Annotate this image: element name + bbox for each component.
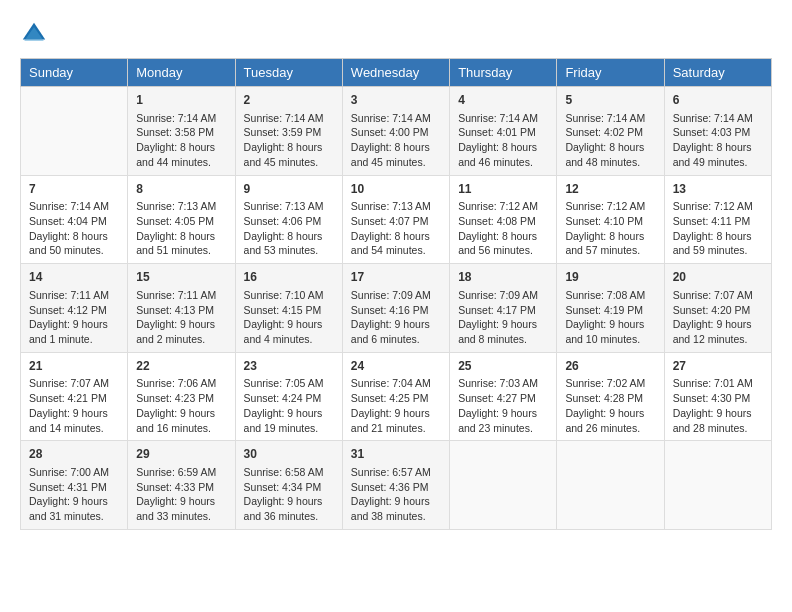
calendar-cell — [557, 441, 664, 530]
cell-text-line: Sunset: 4:15 PM — [244, 304, 322, 316]
day-number: 11 — [458, 181, 548, 198]
cell-text-line: Daylight: 9 hours — [29, 407, 108, 419]
cell-text-line: and 38 minutes. — [351, 510, 426, 522]
cell-text-line: and 1 minute. — [29, 333, 93, 345]
cell-text-line: Daylight: 9 hours — [29, 318, 108, 330]
day-number: 19 — [565, 269, 655, 286]
calendar-cell: 22Sunrise: 7:06 AMSunset: 4:23 PMDayligh… — [128, 352, 235, 441]
calendar-cell: 27Sunrise: 7:01 AMSunset: 4:30 PMDayligh… — [664, 352, 771, 441]
cell-text-line: Daylight: 8 hours — [351, 141, 430, 153]
day-number: 15 — [136, 269, 226, 286]
cell-text-line: Sunrise: 7:14 AM — [673, 112, 753, 124]
day-number: 24 — [351, 358, 441, 375]
cell-text-line: Sunrise: 7:07 AM — [673, 289, 753, 301]
cell-text-line: and 46 minutes. — [458, 156, 533, 168]
calendar-cell: 7Sunrise: 7:14 AMSunset: 4:04 PMDaylight… — [21, 175, 128, 264]
cell-text-line: Daylight: 9 hours — [673, 318, 752, 330]
cell-text-line: Daylight: 9 hours — [136, 495, 215, 507]
cell-text-line: and 33 minutes. — [136, 510, 211, 522]
cell-text-line: Sunrise: 7:13 AM — [244, 200, 324, 212]
cell-text-line: Sunrise: 7:14 AM — [565, 112, 645, 124]
cell-text-line: Sunset: 4:33 PM — [136, 481, 214, 493]
day-number: 20 — [673, 269, 763, 286]
calendar-cell: 24Sunrise: 7:04 AMSunset: 4:25 PMDayligh… — [342, 352, 449, 441]
cell-text-line: Sunrise: 7:12 AM — [673, 200, 753, 212]
day-number: 14 — [29, 269, 119, 286]
week-row-4: 21Sunrise: 7:07 AMSunset: 4:21 PMDayligh… — [21, 352, 772, 441]
cell-text-line: and 2 minutes. — [136, 333, 205, 345]
day-number: 17 — [351, 269, 441, 286]
cell-text-line: Daylight: 9 hours — [458, 318, 537, 330]
cell-text-line: Sunrise: 7:11 AM — [29, 289, 109, 301]
calendar-cell: 12Sunrise: 7:12 AMSunset: 4:10 PMDayligh… — [557, 175, 664, 264]
cell-text-line: and 12 minutes. — [673, 333, 748, 345]
day-number: 16 — [244, 269, 334, 286]
page-header — [20, 20, 772, 48]
cell-text-line: Daylight: 8 hours — [673, 230, 752, 242]
cell-text-line: Sunset: 4:01 PM — [458, 126, 536, 138]
day-number: 5 — [565, 92, 655, 109]
cell-text-line: Sunrise: 7:12 AM — [565, 200, 645, 212]
cell-text-line: Sunset: 4:07 PM — [351, 215, 429, 227]
cell-text-line: and 28 minutes. — [673, 422, 748, 434]
cell-text-line: and 10 minutes. — [565, 333, 640, 345]
calendar-cell — [21, 87, 128, 176]
cell-text-line: Sunrise: 6:58 AM — [244, 466, 324, 478]
calendar-cell: 15Sunrise: 7:11 AMSunset: 4:13 PMDayligh… — [128, 264, 235, 353]
cell-text-line: Sunrise: 7:14 AM — [136, 112, 216, 124]
cell-text-line: Sunset: 4:13 PM — [136, 304, 214, 316]
day-number: 12 — [565, 181, 655, 198]
cell-text-line: Sunset: 4:20 PM — [673, 304, 751, 316]
days-of-week-row: SundayMondayTuesdayWednesdayThursdayFrid… — [21, 59, 772, 87]
cell-text-line: Daylight: 9 hours — [244, 318, 323, 330]
cell-text-line: Sunset: 4:16 PM — [351, 304, 429, 316]
cell-text-line: Sunset: 4:19 PM — [565, 304, 643, 316]
calendar-cell: 1Sunrise: 7:14 AMSunset: 3:58 PMDaylight… — [128, 87, 235, 176]
calendar-cell: 13Sunrise: 7:12 AMSunset: 4:11 PMDayligh… — [664, 175, 771, 264]
cell-text-line: Daylight: 9 hours — [458, 407, 537, 419]
cell-text-line: and 8 minutes. — [458, 333, 527, 345]
cell-text-line: Sunset: 3:58 PM — [136, 126, 214, 138]
calendar-cell: 29Sunrise: 6:59 AMSunset: 4:33 PMDayligh… — [128, 441, 235, 530]
cell-text-line: and 51 minutes. — [136, 244, 211, 256]
cell-text-line: and 45 minutes. — [351, 156, 426, 168]
cell-text-line: Sunset: 4:21 PM — [29, 392, 107, 404]
cell-text-line: Sunset: 4:04 PM — [29, 215, 107, 227]
week-row-1: 1Sunrise: 7:14 AMSunset: 3:58 PMDaylight… — [21, 87, 772, 176]
calendar-table: SundayMondayTuesdayWednesdayThursdayFrid… — [20, 58, 772, 530]
cell-text-line: Sunset: 4:31 PM — [29, 481, 107, 493]
calendar-cell — [450, 441, 557, 530]
cell-text-line: Sunrise: 6:59 AM — [136, 466, 216, 478]
cell-text-line: Sunrise: 7:00 AM — [29, 466, 109, 478]
cell-text-line: Sunset: 3:59 PM — [244, 126, 322, 138]
day-header-sunday: Sunday — [21, 59, 128, 87]
cell-text-line: and 54 minutes. — [351, 244, 426, 256]
cell-text-line: and 6 minutes. — [351, 333, 420, 345]
calendar-cell: 25Sunrise: 7:03 AMSunset: 4:27 PMDayligh… — [450, 352, 557, 441]
day-number: 9 — [244, 181, 334, 198]
cell-text-line: Daylight: 9 hours — [29, 495, 108, 507]
cell-text-line: Sunset: 4:34 PM — [244, 481, 322, 493]
cell-text-line: Daylight: 8 hours — [565, 230, 644, 242]
day-number: 13 — [673, 181, 763, 198]
cell-text-line: Daylight: 8 hours — [673, 141, 752, 153]
cell-text-line: and 59 minutes. — [673, 244, 748, 256]
calendar-cell: 21Sunrise: 7:07 AMSunset: 4:21 PMDayligh… — [21, 352, 128, 441]
cell-text-line: Daylight: 8 hours — [458, 141, 537, 153]
cell-text-line: Sunrise: 7:14 AM — [351, 112, 431, 124]
cell-text-line: and 48 minutes. — [565, 156, 640, 168]
cell-text-line: Sunrise: 7:10 AM — [244, 289, 324, 301]
cell-text-line: Sunrise: 7:13 AM — [136, 200, 216, 212]
cell-text-line: and 56 minutes. — [458, 244, 533, 256]
day-number: 27 — [673, 358, 763, 375]
cell-text-line: Daylight: 8 hours — [244, 230, 323, 242]
cell-text-line: Sunset: 4:28 PM — [565, 392, 643, 404]
cell-text-line: Sunset: 4:25 PM — [351, 392, 429, 404]
cell-text-line: Daylight: 9 hours — [244, 407, 323, 419]
cell-text-line: Sunset: 4:05 PM — [136, 215, 214, 227]
calendar-cell: 8Sunrise: 7:13 AMSunset: 4:05 PMDaylight… — [128, 175, 235, 264]
cell-text-line: Sunrise: 7:14 AM — [458, 112, 538, 124]
day-header-thursday: Thursday — [450, 59, 557, 87]
day-number: 3 — [351, 92, 441, 109]
cell-text-line: Sunrise: 7:09 AM — [458, 289, 538, 301]
